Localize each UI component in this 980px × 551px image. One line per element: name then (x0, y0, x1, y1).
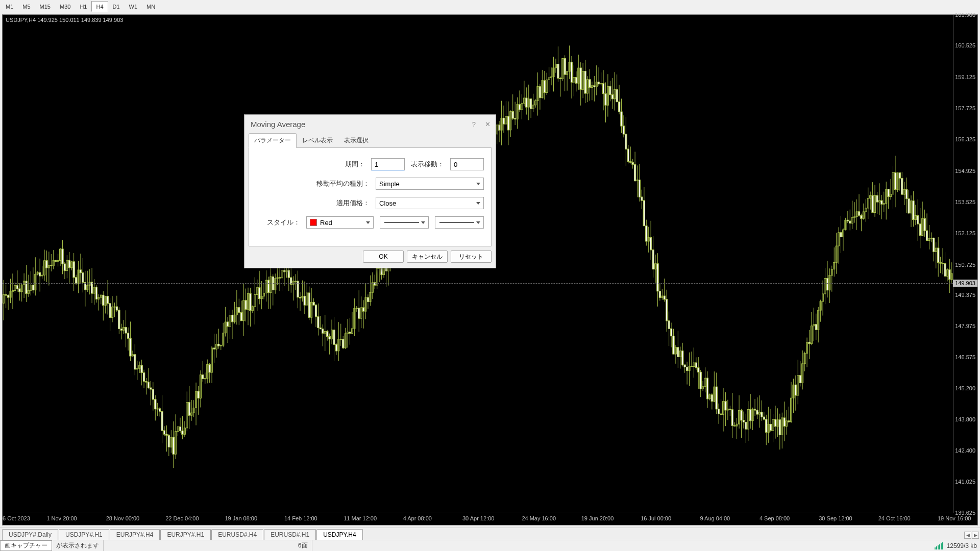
time-tick: 28 Nov 00:00 (106, 515, 139, 521)
dialog-tab[interactable]: パラメーター (249, 133, 297, 148)
chart-tab[interactable]: USDJPY#.Daily (2, 529, 58, 540)
status-message: が表示されます (52, 540, 104, 551)
chart-tab[interactable]: EURJPY#.H4 (110, 529, 160, 540)
svg-rect-1 (936, 546, 937, 549)
timeframe-w1[interactable]: W1 (125, 1, 142, 12)
dialog-title: Moving Average (251, 120, 305, 129)
time-tick: 16 Jul 00:00 (641, 515, 671, 521)
chart-tab[interactable]: USDJPY#.H1 (59, 529, 109, 540)
dialog-tab[interactable]: レベル表示 (297, 133, 338, 148)
timeframe-h4[interactable]: H4 (91, 1, 108, 12)
dialog-tabs: パラメーターレベル表示表示選択 (244, 133, 496, 148)
tab-scroll-right-icon[interactable]: ▶ (972, 532, 979, 539)
svg-rect-2 (938, 545, 939, 549)
time-tick: 19 Nov 16:00 (938, 515, 971, 521)
price-tick: 146.575 (955, 354, 975, 360)
method-label: 移動平均の種別： (316, 179, 370, 188)
ok-button[interactable]: OK (363, 251, 404, 263)
chart-tab[interactable]: EURJPY#.H1 (160, 529, 211, 540)
time-tick: 30 Sep 12:00 (819, 515, 852, 521)
price-tick: 143.800 (955, 416, 975, 422)
time-tick: 9 Aug 04:00 (700, 515, 730, 521)
price-axis: 161.900160.525159.125157.725156.325154.9… (953, 15, 977, 513)
timeframe-h1[interactable]: H1 (75, 1, 91, 12)
price-tick: 142.400 (955, 447, 975, 454)
apply-label: 適用価格： (336, 198, 370, 208)
status-screens: 6面 (294, 540, 312, 551)
price-tick: 160.525 (955, 42, 975, 48)
price-tick: 161.900 (955, 12, 975, 18)
time-tick: 6 Oct 2023 (3, 515, 30, 521)
price-tick: 149.375 (955, 292, 975, 298)
current-price-line (3, 283, 953, 284)
network-bars-icon (935, 542, 944, 549)
chart-container: USDJPY,H4 149.925 150.011 149.839 149.90… (0, 12, 980, 528)
style-color-select[interactable]: Red (306, 216, 374, 229)
timeframe-m15[interactable]: M15 (35, 1, 55, 12)
dialog-body: 期間： 表示移動： 移動平均の種別： Simple 適用価格： Close スタ… (249, 147, 492, 246)
time-tick: 14 Feb 12:00 (284, 515, 317, 521)
chart-tabbar: USDJPY#.DailyUSDJPY#.H1EURJPY#.H4EURJPY#… (0, 528, 980, 540)
time-tick: 19 Jan 08:00 (225, 515, 258, 521)
time-tick: 19 Jun 20:00 (581, 515, 614, 521)
close-icon[interactable]: ✕ (485, 120, 491, 128)
style-width-select[interactable] (435, 216, 484, 229)
style-line-select[interactable] (380, 216, 429, 229)
price-tick: 153.525 (955, 199, 975, 205)
time-tick: 11 Mar 12:00 (344, 515, 377, 521)
status-bar: 画キャプチャー が表示されます 6面 12599/3 kb (0, 540, 980, 551)
moving-average-dialog: Moving Average ? ✕ パラメーターレベル表示表示選択 期間： 表… (244, 114, 496, 268)
price-tick: 141.025 (955, 479, 975, 485)
svg-rect-3 (939, 544, 940, 549)
time-tick: 24 May 16:00 (522, 515, 556, 521)
svg-rect-0 (935, 547, 936, 549)
price-tick: 145.200 (955, 385, 975, 391)
chart-frame: USDJPY,H4 149.925 150.011 149.839 149.90… (2, 14, 978, 525)
status-network: 12599/3 kb (947, 542, 977, 549)
cancel-button[interactable]: キャンセル (407, 251, 448, 263)
tab-scroll-left-icon[interactable]: ◀ (964, 532, 971, 539)
timeframe-m1[interactable]: M1 (1, 1, 18, 12)
reset-button[interactable]: リセット (451, 251, 492, 263)
timeframe-mn[interactable]: MN (142, 1, 160, 12)
time-tick: 22 Dec 04:00 (165, 515, 199, 521)
time-tick: 30 Apr 12:00 (462, 515, 494, 521)
timeframe-toolbar: M1M5M15M30H1H4D1W1MN (0, 0, 980, 12)
price-tick: 154.925 (955, 168, 975, 174)
status-capture[interactable]: 画キャプチャー (0, 540, 52, 551)
shift-label: 表示移動： (411, 160, 444, 169)
period-label: 期間： (345, 160, 365, 169)
price-tick: 152.125 (955, 230, 975, 236)
dialog-titlebar[interactable]: Moving Average ? ✕ (244, 115, 496, 133)
timeframe-m30[interactable]: M30 (55, 1, 75, 12)
price-tick: 159.125 (955, 74, 975, 80)
help-icon[interactable]: ? (472, 120, 476, 128)
chart-tab[interactable]: EURUSD#.H1 (264, 529, 316, 540)
method-select[interactable]: Simple (376, 178, 484, 190)
color-swatch-icon (310, 219, 317, 226)
price-tick: 157.725 (955, 105, 975, 111)
shift-input[interactable] (450, 158, 484, 170)
time-tick: 1 Nov 20:00 (46, 515, 77, 521)
time-axis: 6 Oct 20231 Nov 20:0028 Nov 00:0022 Dec … (3, 513, 953, 525)
timeframe-m5[interactable]: M5 (18, 1, 35, 12)
time-tick: 24 Oct 16:00 (878, 515, 911, 521)
apply-select[interactable]: Close (376, 197, 484, 209)
price-tick: 156.325 (955, 136, 975, 142)
style-label: スタイル： (267, 218, 300, 227)
chart-tab[interactable]: EURUSD#.H4 (211, 529, 263, 540)
time-tick: 4 Apr 08:00 (403, 515, 432, 521)
price-tick: 150.725 (955, 262, 975, 268)
chart-tab[interactable]: USDJPY.H4 (316, 529, 362, 540)
chart-header: USDJPY,H4 149.925 150.011 149.839 149.90… (6, 17, 123, 23)
period-input[interactable] (371, 158, 405, 170)
svg-rect-5 (942, 542, 943, 549)
svg-rect-4 (941, 543, 942, 549)
time-tick: 4 Sep 08:00 (760, 515, 790, 521)
current-price-marker: 149.903 (953, 280, 977, 287)
dialog-tab[interactable]: 表示選択 (338, 133, 374, 148)
timeframe-d1[interactable]: D1 (108, 1, 125, 12)
price-tick: 147.975 (955, 323, 975, 329)
